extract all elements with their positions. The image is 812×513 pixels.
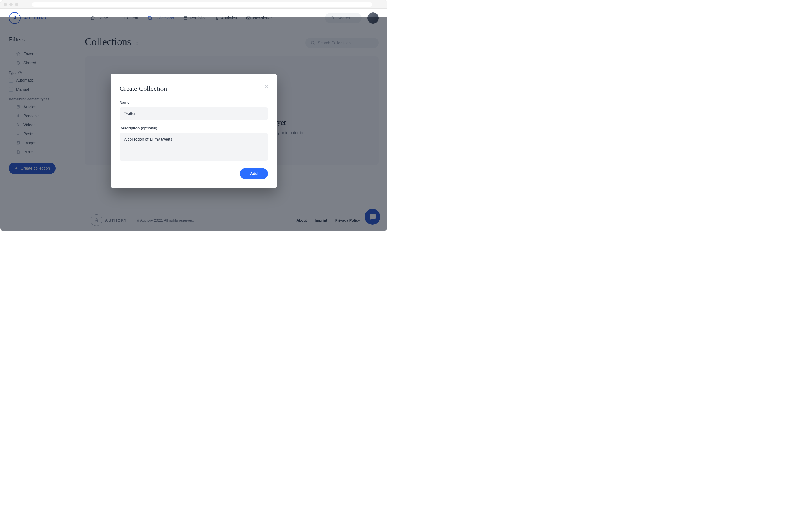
modal-overlay[interactable]: Create Collection Name Description (opti… <box>0 17 387 231</box>
app: A AUTHORY Home Content Collections Po <box>0 9 387 231</box>
traffic-light-minimize[interactable] <box>9 3 13 6</box>
url-bar[interactable] <box>32 2 373 7</box>
name-input[interactable] <box>120 108 268 120</box>
traffic-light-close[interactable] <box>4 3 7 6</box>
browser-chrome <box>0 0 387 9</box>
close-button[interactable] <box>263 84 269 89</box>
close-icon <box>263 84 269 89</box>
description-field-group: Description (optional) <box>120 126 268 162</box>
create-collection-modal: Create Collection Name Description (opti… <box>111 73 277 188</box>
description-input[interactable] <box>120 133 268 161</box>
name-label: Name <box>120 100 268 104</box>
description-label: Description (optional) <box>120 126 268 130</box>
modal-title: Create Collection <box>120 85 268 92</box>
modal-footer: Add <box>120 168 268 179</box>
name-field-group: Name <box>120 100 268 120</box>
traffic-light-zoom[interactable] <box>15 3 18 6</box>
add-button[interactable]: Add <box>240 168 268 179</box>
